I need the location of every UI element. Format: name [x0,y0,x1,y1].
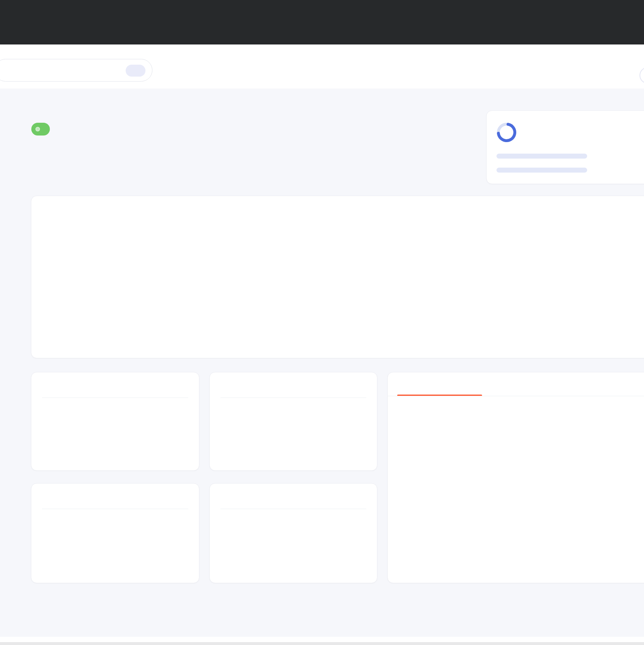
ai-apps-used-card [209,372,377,471]
legend-risky [580,208,590,215]
traffic-light-minimize-icon[interactable] [37,23,48,34]
secure-usage-progress [496,154,587,159]
search-bar[interactable] [0,59,152,82]
window-titlebar [0,0,644,44]
ai-risks-prevented-card [31,483,199,583]
active-ai-users-card [31,372,199,471]
secure-legend-swatch-icon [471,208,477,215]
legend-secure [471,208,480,215]
window-bottom-edge [0,642,644,645]
traffic-light-close-icon[interactable] [16,23,27,34]
live-status-badge [31,123,50,136]
risky-legend-swatch-icon [580,208,586,215]
apps-list-card [387,372,644,583]
app-header [0,44,644,89]
live-dot-icon [35,127,40,131]
score-gauge-icon [496,122,518,143]
search-shortcut-badge [126,65,145,77]
search-input[interactable] [9,66,108,75]
reflectivity-score-card [486,110,644,184]
workforce-progress [496,168,587,173]
traffic-light-zoom-icon[interactable] [58,23,68,34]
self-remediation-card [209,483,377,583]
recent-interactions-card [31,196,644,358]
